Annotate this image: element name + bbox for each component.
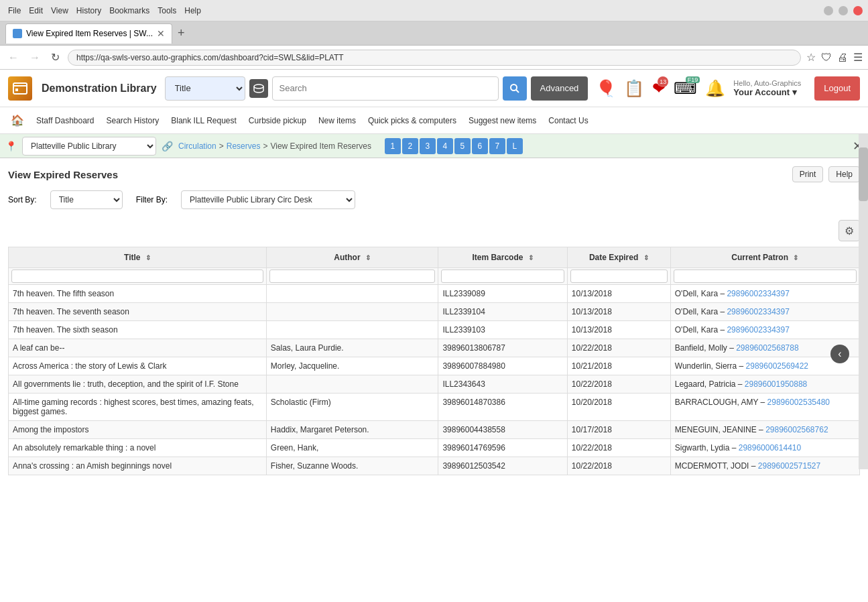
patron-link[interactable]: 29896002568788 xyxy=(736,343,798,353)
col-barcode[interactable]: Item Barcode ⇕ xyxy=(438,247,567,268)
window-close[interactable] xyxy=(853,6,863,15)
scrollbar-thumb[interactable] xyxy=(859,147,868,201)
sort-by-select[interactable]: Title Author Date Expired xyxy=(50,190,123,209)
logo-icon xyxy=(8,76,32,101)
breadcrumb-circulation[interactable]: Circulation xyxy=(178,141,216,151)
barcode-filter-input[interactable] xyxy=(441,269,564,283)
print-button[interactable]: Print xyxy=(792,166,824,182)
page-btn-6[interactable]: 6 xyxy=(472,138,488,154)
print-browser-btn[interactable]: 🖨 xyxy=(837,52,848,64)
date-filter-input[interactable] xyxy=(570,269,668,283)
search-type-select[interactable]: Title xyxy=(165,76,245,101)
col-author[interactable]: Author ⇕ xyxy=(266,247,438,268)
nav-new-items[interactable]: New items xyxy=(313,113,361,128)
col-barcode-label: Item Barcode xyxy=(472,253,523,262)
help-button[interactable]: Help xyxy=(828,166,860,182)
bell-button[interactable]: 🔔 xyxy=(705,79,725,98)
col-date-expired[interactable]: Date Expired ⇕ xyxy=(567,247,670,268)
menu-browser-btn[interactable]: ☰ xyxy=(853,51,863,64)
col-patron-sort-icon[interactable]: ⇕ xyxy=(793,254,798,261)
browser-tab-active[interactable]: View Expired Item Reserves | SW... ✕ xyxy=(5,23,172,44)
advanced-search-button[interactable]: Advanced xyxy=(531,76,588,101)
page-btn-3[interactable]: 3 xyxy=(420,138,436,154)
app-logo-area: Demonstration Library xyxy=(8,76,157,101)
scrollbar[interactable] xyxy=(859,134,868,469)
account-link[interactable]: Your Account ▾ xyxy=(733,87,801,97)
patron-link[interactable]: 29896002535480 xyxy=(767,398,830,407)
patron-link[interactable]: 29896002334397 xyxy=(727,325,789,335)
bookmark-btn[interactable]: ☆ xyxy=(806,51,816,64)
menu-bookmarks[interactable]: Bookmarks xyxy=(109,6,149,15)
hot-picks-button[interactable]: 🎈 xyxy=(596,79,616,98)
cell-barcode: 39896007884980 xyxy=(438,357,567,375)
back-button[interactable]: ← xyxy=(5,50,21,65)
menu-edit[interactable]: Edit xyxy=(29,6,43,15)
wishlist-button[interactable]: 13 ❤ xyxy=(652,79,666,98)
extensions-btn[interactable]: 🛡 xyxy=(821,52,832,64)
forward-button[interactable]: → xyxy=(27,50,43,65)
nav-suggest-new[interactable]: Suggest new items xyxy=(463,113,542,128)
search-input[interactable] xyxy=(272,76,499,101)
nav-quick-picks[interactable]: Quick picks & computers xyxy=(363,113,462,128)
hot-picks-icon: 🎈 xyxy=(596,79,616,98)
nav-curbside[interactable]: Curbside pickup xyxy=(243,113,312,128)
nav-home-button[interactable]: 🏠 xyxy=(5,111,29,129)
page-btn-7[interactable]: 7 xyxy=(489,138,505,154)
page-btn-2[interactable]: 2 xyxy=(402,138,418,154)
page-btn-1[interactable]: 1 xyxy=(385,138,401,154)
menu-help[interactable]: Help xyxy=(184,6,201,15)
cell-barcode: ILL2339104 xyxy=(438,303,567,321)
breadcrumb-arrow-1: > xyxy=(219,141,224,151)
cell-patron: O'Dell, Kara – 29896002334397 xyxy=(670,321,859,339)
patron-link[interactable]: 29896002334397 xyxy=(727,289,789,298)
col-author-sort-icon[interactable]: ⇕ xyxy=(365,254,371,261)
page-btn-4[interactable]: 4 xyxy=(437,138,453,154)
nav-search-history[interactable]: Search History xyxy=(101,113,165,128)
reload-button[interactable]: ↻ xyxy=(48,50,62,65)
col-patron[interactable]: Current Patron ⇕ xyxy=(670,247,859,268)
cell-date-expired: 10/13/2018 xyxy=(567,321,670,339)
menu-view[interactable]: View xyxy=(51,6,68,15)
patron-link[interactable]: 29896000614410 xyxy=(739,443,801,453)
patron-link[interactable]: 29896002568762 xyxy=(765,425,828,434)
patron-filter-input[interactable] xyxy=(674,269,857,283)
address-bar[interactable] xyxy=(68,50,801,66)
catalog-button[interactable]: 📋 xyxy=(624,79,644,98)
page-btn-5[interactable]: 5 xyxy=(454,138,471,154)
col-barcode-sort-icon[interactable]: ⇕ xyxy=(528,254,534,261)
search-db-icon[interactable] xyxy=(249,79,268,98)
fav-button[interactable]: F19 ⌨ xyxy=(674,79,697,98)
col-title-sort-icon[interactable]: ⇕ xyxy=(145,254,151,261)
window-maximize[interactable] xyxy=(839,6,848,15)
page-btn-L[interactable]: L xyxy=(507,138,523,154)
tab-close-button[interactable]: ✕ xyxy=(157,28,165,39)
patron-link[interactable]: 29896001950888 xyxy=(745,379,807,389)
account-chevron-icon: ▾ xyxy=(792,87,797,97)
search-button[interactable] xyxy=(503,76,527,101)
title-filter-input[interactable] xyxy=(11,269,263,283)
col-date-sort-icon[interactable]: ⇕ xyxy=(643,254,649,261)
scroll-left-arrow[interactable]: ‹ xyxy=(830,345,849,363)
browser-actions: ☆ 🛡 🖨 ☰ xyxy=(806,51,863,64)
logout-button[interactable]: Logout xyxy=(814,76,860,101)
nav-blank-ill[interactable]: Blank ILL Request xyxy=(166,113,242,128)
table-wrapper: Title ⇕ Author ⇕ Item Barcode ⇕ Date Exp… xyxy=(8,247,860,475)
window-minimize[interactable] xyxy=(824,6,833,15)
nav-staff-dashboard[interactable]: Staff Dashboard xyxy=(31,113,100,128)
library-selector[interactable]: Platteville Public Library xyxy=(22,137,156,156)
new-tab-button[interactable]: + xyxy=(172,26,190,40)
menu-history[interactable]: History xyxy=(76,6,101,15)
menu-file[interactable]: File xyxy=(8,6,21,15)
menu-tools[interactable]: Tools xyxy=(158,6,176,15)
breadcrumb-reserves[interactable]: Reserves xyxy=(227,141,261,151)
cell-title: A leaf can be-- xyxy=(9,339,267,357)
patron-link[interactable]: 29896002334397 xyxy=(727,307,789,316)
col-title[interactable]: Title ⇕ xyxy=(9,247,267,268)
author-filter-input[interactable] xyxy=(269,269,436,283)
patron-link[interactable]: 29896002569422 xyxy=(746,361,808,371)
sort-by-label: Sort By: xyxy=(8,195,37,204)
patron-link[interactable]: 29896002571527 xyxy=(758,461,820,471)
settings-button[interactable]: ⚙ xyxy=(839,220,860,241)
nav-contact-us[interactable]: Contact Us xyxy=(543,113,593,128)
filter-by-select[interactable]: Platteville Public Library Circ Desk xyxy=(181,190,355,209)
